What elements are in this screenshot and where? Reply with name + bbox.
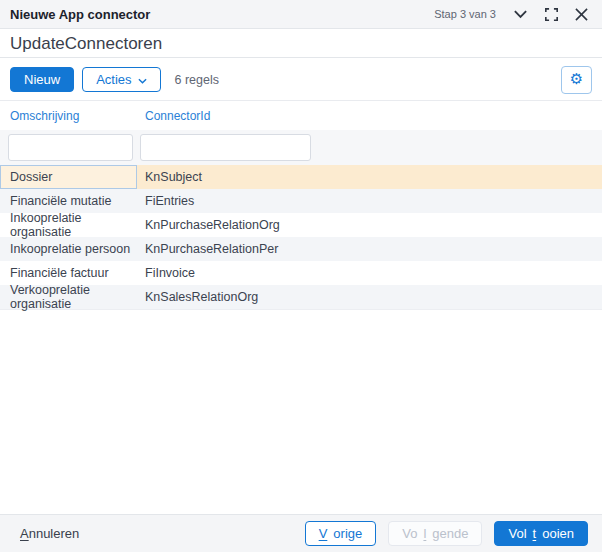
column-header-connectorid[interactable]: ConnectorId [137,109,602,123]
toolbar: Nieuw Acties 6 regels ⚙ [0,59,602,101]
cell-connectorid[interactable]: FiInvoice [137,261,602,285]
cancel-link[interactable]: Annuleren [20,526,79,541]
next-button[interactable]: Volgende [388,521,482,546]
close-icon[interactable] [575,8,588,21]
table-row[interactable]: Financiële mutatieFiEntries [0,189,602,213]
previous-button[interactable]: Vorige [305,521,377,546]
page-title: UpdateConnectoren [10,34,162,54]
grid-rows: DossierKnSubjectFinanciële mutatieFiEntr… [0,165,602,310]
gear-icon: ⚙ [570,72,583,87]
cell-omschrijving[interactable]: Inkooprelatie persoon [0,237,137,261]
finish-button[interactable]: Voltooien [494,521,588,546]
cell-omschrijving[interactable]: Dossier [0,165,137,189]
table-header-row: Omschrijving ConnectorId [0,102,602,130]
table-row[interactable]: DossierKnSubject [0,165,602,189]
settings-button[interactable]: ⚙ [561,66,592,94]
table-row[interactable]: Financiële factuurFiInvoice [0,261,602,285]
cell-connectorid[interactable]: KnPurchaseRelationPer [137,237,602,261]
actions-button[interactable]: Acties [82,67,160,92]
filter-connectorid-input[interactable] [140,134,311,161]
column-header-omschrijving[interactable]: Omschrijving [0,109,137,123]
new-button[interactable]: Nieuw [10,67,74,92]
cell-connectorid[interactable]: FiEntries [137,189,602,213]
chevron-down-icon[interactable] [513,9,528,19]
cell-connectorid[interactable]: KnPurchaseRelationOrg [137,213,602,237]
cell-omschrijving[interactable]: Financiële factuur [0,261,137,285]
cell-omschrijving[interactable]: Financiële mutatie [0,189,137,213]
cell-connectorid[interactable]: KnSubject [137,165,602,189]
page-title-row: UpdateConnectoren [0,30,602,58]
cell-omschrijving[interactable]: Inkooprelatie organisatie [0,213,137,237]
filter-omschrijving-input[interactable] [8,134,133,161]
step-indicator: Stap 3 van 3 [434,8,496,20]
row-count: 6 regels [175,73,219,87]
filter-row [0,130,602,165]
table-row[interactable]: Inkooprelatie persoonKnPurchaseRelationP… [0,237,602,261]
chevron-down-icon [138,72,147,87]
connector-table: Omschrijving ConnectorId DossierKnSubjec… [0,102,602,310]
actions-button-label: Acties [96,72,131,87]
table-row[interactable]: Inkooprelatie organisatieKnPurchaseRelat… [0,213,602,237]
dialog-title: Nieuwe App connector [10,7,150,22]
cell-connectorid[interactable]: KnSalesRelationOrg [137,285,602,309]
cell-omschrijving[interactable]: Verkooprelatie organisatie [0,285,137,309]
dialog-titlebar: Nieuwe App connector Stap 3 van 3 [0,0,602,29]
table-row[interactable]: Verkooprelatie organisatieKnSalesRelatio… [0,285,602,309]
fullscreen-icon[interactable] [545,8,558,21]
footer-bar: Annuleren Vorige Volgende Voltooien [0,514,602,552]
